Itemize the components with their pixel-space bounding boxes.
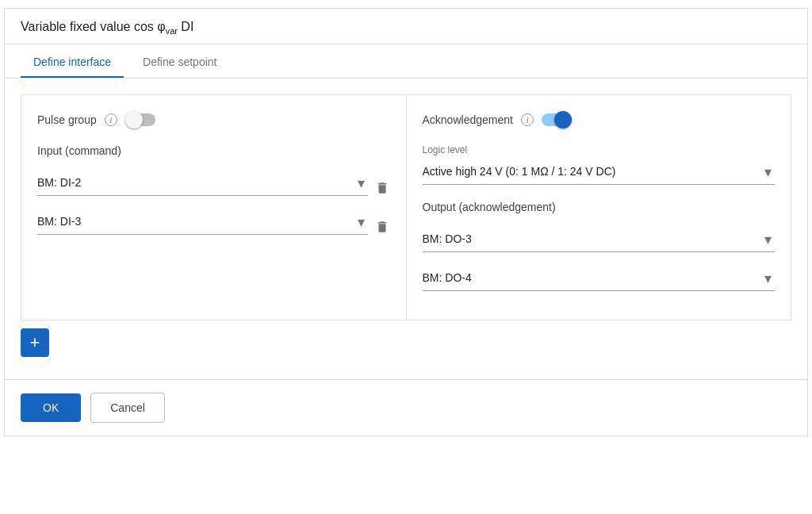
input-select-1-wrapper: BM: DI-2 BM: DI-1 BM: DI-3 ▾	[37, 170, 368, 196]
output-ack-label: Output (acknowledgement)	[423, 201, 776, 213]
delete-input-1-button[interactable]	[374, 180, 390, 196]
input-command-label: Input (command)	[37, 144, 390, 157]
acknowledgement-row: Acknowledgement i	[423, 111, 776, 128]
panels-container: Pulse group i Input (command) BM: DI-2	[21, 94, 791, 320]
tab-bar: Define interface Define setpoint	[5, 44, 807, 79]
logic-level-section: Logic level Active high 24 V (0: 1 MΩ / …	[423, 144, 776, 185]
main-dialog: Variable fixed value cos φvar DI Define …	[4, 8, 808, 436]
title-suffix: DI	[178, 20, 193, 33]
ack-toggle-thumb	[554, 111, 572, 128]
title-sub: var	[166, 26, 178, 36]
input-select-1[interactable]: BM: DI-2 BM: DI-1 BM: DI-3	[37, 170, 368, 196]
right-panel: Acknowledgement i Logic level Active hig…	[407, 95, 791, 320]
input-row-1: BM: DI-2 BM: DI-1 BM: DI-3 ▾	[37, 170, 390, 196]
input-row-2: BM: DI-3 BM: DI-1 BM: DI-2 ▾	[37, 209, 390, 235]
acknowledgement-toggle[interactable]	[542, 111, 572, 128]
pulse-group-toggle[interactable]	[125, 111, 155, 128]
acknowledgement-info-icon[interactable]: i	[521, 113, 534, 126]
dialog-footer: OK Cancel	[5, 379, 807, 435]
tab-define-interface[interactable]: Define interface	[21, 44, 124, 78]
left-panel: Pulse group i Input (command) BM: DI-2	[21, 95, 407, 320]
content-area: Pulse group i Input (command) BM: DI-2	[5, 79, 807, 373]
output-select-2-wrapper: BM: DO-4 BM: DO-1 BM: DO-2 ▾	[423, 265, 776, 291]
logic-level-select[interactable]: Active high 24 V (0: 1 MΩ / 1: 24 V DC) …	[423, 159, 776, 185]
input-select-2-wrapper: BM: DI-3 BM: DI-1 BM: DI-2 ▾	[37, 209, 368, 235]
title-text: Variable fixed value cos φ	[21, 20, 166, 33]
output-row-2: BM: DO-4 BM: DO-1 BM: DO-2 ▾	[423, 265, 776, 291]
input-select-2[interactable]: BM: DI-3 BM: DI-1 BM: DI-2	[37, 209, 368, 235]
output-row-1: BM: DO-3 BM: DO-1 BM: DO-2 ▾	[423, 226, 776, 252]
tab-define-setpoint[interactable]: Define setpoint	[130, 44, 229, 78]
dialog-title: Variable fixed value cos φvar DI	[5, 9, 807, 44]
output-select-1[interactable]: BM: DO-3 BM: DO-1 BM: DO-2	[423, 226, 776, 252]
acknowledgement-label: Acknowledgement	[423, 113, 513, 126]
delete-input-2-button[interactable]	[374, 219, 390, 235]
add-button[interactable]: +	[21, 328, 49, 357]
logic-level-label: Logic level	[423, 144, 776, 155]
output-select-2[interactable]: BM: DO-4 BM: DO-1 BM: DO-2	[423, 265, 776, 291]
pulse-group-info-icon[interactable]: i	[105, 113, 117, 126]
ok-button[interactable]: OK	[21, 393, 81, 422]
logic-level-select-wrapper: Active high 24 V (0: 1 MΩ / 1: 24 V DC) …	[423, 159, 776, 185]
pulse-group-label: Pulse group	[37, 113, 97, 126]
output-select-1-wrapper: BM: DO-3 BM: DO-1 BM: DO-2 ▾	[423, 226, 776, 252]
cancel-button[interactable]: Cancel	[90, 393, 165, 423]
toggle-thumb	[125, 111, 143, 128]
pulse-group-row: Pulse group i	[37, 111, 390, 128]
